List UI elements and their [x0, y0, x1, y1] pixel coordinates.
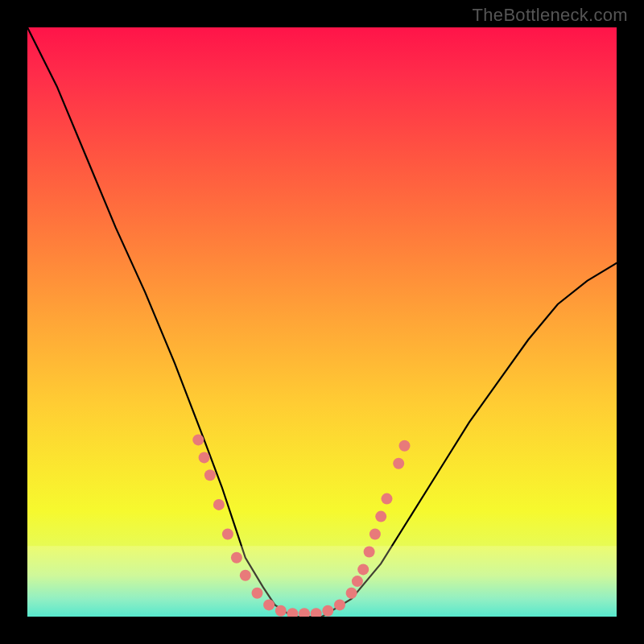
data-point: [322, 605, 333, 617]
data-point: [192, 434, 204, 445]
chart-svg: [27, 27, 617, 617]
data-point: [275, 605, 287, 617]
plot-area: [27, 27, 617, 617]
bottom-highlight-band: [27, 546, 617, 617]
data-point: [199, 452, 210, 463]
data-point: [231, 552, 242, 564]
data-point: [213, 499, 225, 510]
data-point: [375, 511, 386, 522]
data-point: [222, 529, 233, 540]
data-point: [240, 570, 251, 581]
data-point: [393, 458, 404, 469]
data-point: [346, 588, 357, 599]
data-point: [357, 564, 369, 575]
data-point: [399, 440, 411, 452]
data-point: [364, 547, 375, 558]
data-point: [382, 493, 393, 505]
bottleneck-curve: [27, 27, 617, 617]
watermark-text: TheBottleneck.com: [473, 5, 628, 26]
chart-frame: TheBottleneck.com: [0, 0, 644, 644]
data-point: [252, 588, 263, 599]
data-point: [352, 576, 363, 587]
data-point: [334, 599, 345, 610]
data-point: [204, 469, 216, 481]
data-point: [263, 599, 275, 610]
data-point: [369, 529, 381, 540]
